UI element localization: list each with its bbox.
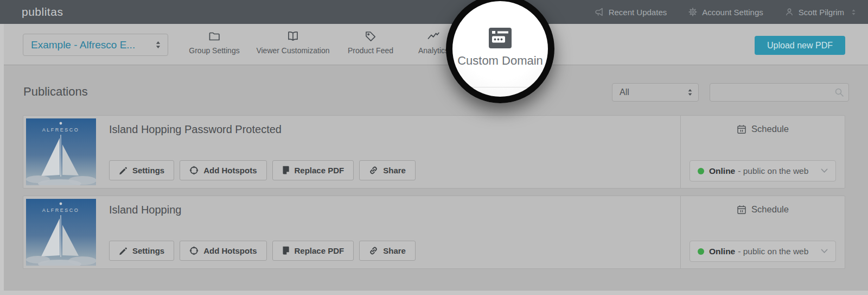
settings-button[interactable]: Settings	[109, 160, 174, 180]
upload-new-pdf-button[interactable]: Upload new PDF	[755, 36, 845, 55]
line-chart-icon	[427, 30, 440, 43]
group-selector-value: Example - Alfresco E...	[31, 39, 155, 51]
user-name-label: Scott Pilgrim	[799, 8, 844, 17]
publication-actions: Settings Add Hotspots Replace PDF Share	[109, 160, 416, 180]
filter-value: All	[620, 87, 687, 97]
chevron-down-icon	[821, 168, 828, 173]
settings-button-label: Settings	[132, 166, 164, 175]
publication-row: ALFRESCO Island Hopping Password Protect…	[23, 115, 845, 189]
status-state: Online	[709, 166, 735, 176]
add-hotspots-button-label: Add Hotspots	[203, 246, 257, 255]
window-left-edge	[0, 24, 4, 295]
share-button[interactable]: Share	[359, 160, 416, 180]
replace-pdf-button-label: Replace PDF	[295, 166, 344, 175]
folder-icon	[208, 30, 221, 43]
share-button-label: Share	[383, 166, 406, 175]
recent-updates-label: Recent Updates	[609, 8, 667, 17]
publication-actions: Settings Add Hotspots Replace PDF Share	[109, 241, 416, 261]
replace-pdf-button-label: Replace PDF	[295, 246, 344, 255]
status-state: Online	[709, 247, 735, 256]
pencil-icon	[119, 166, 127, 175]
status-dropdown[interactable]: Online - public on the web	[690, 160, 836, 181]
publication-title: Island Hopping	[109, 204, 181, 216]
add-hotspots-button[interactable]: Add Hotspots	[180, 241, 266, 261]
share-button[interactable]: Share	[359, 241, 416, 261]
search-icon	[834, 87, 844, 99]
nav-viewer-customization-label: Viewer Customization	[256, 46, 329, 55]
schedule-label: Schedule	[751, 204, 789, 215]
publication-thumbnail[interactable]: ALFRESCO	[26, 118, 96, 185]
add-hotspots-button[interactable]: Add Hotspots	[180, 160, 266, 180]
megaphone-icon	[595, 8, 604, 16]
schedule-button[interactable]: Schedule	[681, 204, 845, 215]
pencil-icon	[119, 246, 127, 256]
group-toolbar: Example - Alfresco E... Group Settings V…	[0, 24, 868, 65]
spotlight-custom-domain[interactable]: Custom Domain	[446, 0, 554, 103]
schedule-button[interactable]: Schedule	[681, 124, 845, 134]
online-status-dot	[698, 248, 704, 255]
sort-arrows-icon	[155, 41, 161, 49]
thumbnail-brand-text: ALFRESCO	[42, 208, 80, 213]
gear-icon	[688, 8, 697, 16]
window-bottom-edge	[0, 291, 868, 295]
target-icon	[189, 166, 199, 175]
group-selector-dropdown[interactable]: Example - Alfresco E...	[23, 34, 168, 56]
publication-status-column: Schedule Online - public on the web	[680, 196, 845, 268]
top-navigation-bar: publitas Recent Updates	[0, 0, 868, 24]
nav-custom-domain-label: Custom Domain	[457, 54, 543, 68]
add-hotspots-button-label: Add Hotspots	[203, 166, 257, 175]
publications-filter-dropdown[interactable]: All	[612, 83, 699, 102]
tag-icon	[364, 30, 377, 43]
account-settings-label: Account Settings	[702, 8, 763, 17]
schedule-label: Schedule	[751, 124, 789, 134]
replace-pdf-button[interactable]: Replace PDF	[272, 160, 354, 180]
sort-arrows-icon	[851, 9, 856, 16]
page-icon	[282, 166, 290, 175]
target-icon	[189, 246, 199, 255]
page-icon	[282, 246, 290, 255]
calendar-icon	[737, 124, 746, 134]
app-window: publitas Recent Updates	[0, 0, 868, 295]
link-icon	[369, 246, 378, 255]
user-menu[interactable]: Scott Pilgrim	[785, 8, 856, 17]
topbar-menu: Recent Updates Account Set	[595, 8, 868, 17]
publication-row: ALFRESCO Island Hopping Settings	[23, 196, 845, 269]
thumbnail-brand-text: ALFRESCO	[42, 127, 80, 133]
sort-arrows-icon	[687, 89, 693, 96]
browser-window-icon	[488, 27, 512, 49]
status-description: - public on the web	[738, 166, 808, 176]
share-button-label: Share	[383, 246, 406, 255]
settings-button-label: Settings	[132, 246, 164, 255]
settings-button[interactable]: Settings	[109, 241, 174, 261]
user-icon	[785, 8, 794, 16]
link-icon	[369, 166, 378, 175]
nav-product-feed-label: Product Feed	[348, 46, 393, 55]
search-input[interactable]	[710, 83, 849, 102]
publication-status-column: Schedule Online - public on the web	[680, 116, 845, 188]
online-status-dot	[698, 168, 704, 174]
page-title: Publications	[23, 85, 88, 99]
status-dropdown[interactable]: Online - public on the web	[690, 241, 836, 262]
search-field-wrap	[710, 83, 849, 102]
publication-thumbnail[interactable]: ALFRESCO	[26, 199, 96, 266]
recent-updates-menu-item[interactable]: Recent Updates	[595, 8, 667, 17]
publication-title: Island Hopping Password Protected	[109, 123, 282, 136]
toolbar-divider-magnified	[472, 87, 528, 87]
nav-analytics-label: Analytics	[418, 46, 449, 55]
chevron-down-icon	[821, 249, 828, 254]
account-settings-menu-item[interactable]: Account Settings	[688, 8, 763, 17]
nav-group-settings-label: Group Settings	[189, 46, 239, 55]
open-book-icon	[286, 30, 299, 43]
replace-pdf-button[interactable]: Replace PDF	[272, 241, 354, 261]
calendar-icon	[737, 205, 746, 215]
publitas-logo: publitas	[22, 5, 63, 18]
status-description: - public on the web	[738, 247, 808, 256]
